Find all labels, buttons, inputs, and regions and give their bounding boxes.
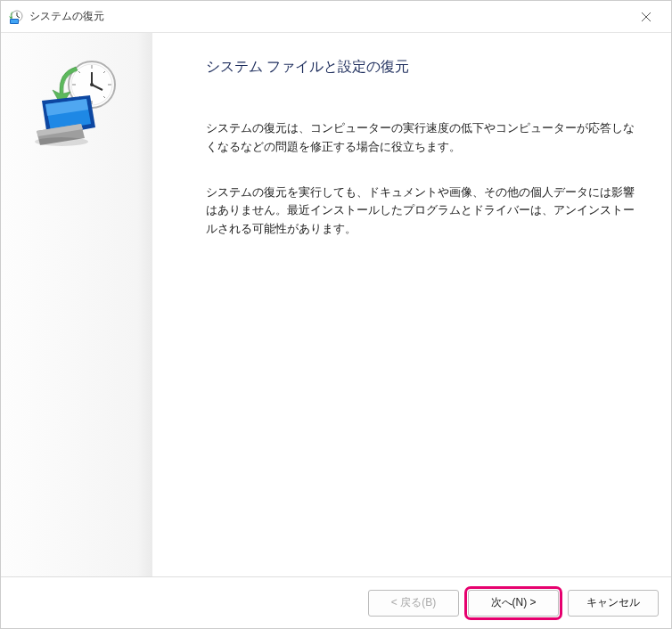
left-panel	[1, 33, 152, 576]
svg-point-16	[35, 137, 88, 146]
svg-rect-2	[11, 20, 18, 23]
footer-button-bar: < 戻る(B) 次へ(N) > キャンセル	[1, 576, 671, 628]
cancel-button[interactable]: キャンセル	[568, 590, 659, 617]
titlebar: システムの復元	[1, 1, 671, 33]
back-button: < 戻る(B)	[368, 590, 459, 617]
svg-point-15	[90, 83, 94, 86]
right-panel: システム ファイルと設定の復元 システムの復元は、コンピューターの実行速度の低下…	[152, 33, 671, 576]
system-restore-hero-icon	[28, 58, 126, 147]
close-button[interactable]	[628, 4, 664, 30]
next-button[interactable]: 次へ(N) >	[468, 590, 559, 617]
page-heading: システム ファイルと設定の復元	[206, 58, 639, 77]
description-paragraph-1: システムの復元は、コンピューターの実行速度の低下やコンピューターが応答しなくなる…	[206, 119, 639, 157]
description-paragraph-2: システムの復元を実行しても、ドキュメントや画像、その他の個人データには影響はあり…	[206, 184, 639, 239]
content-area: システム ファイルと設定の復元 システムの復元は、コンピューターの実行速度の低下…	[1, 33, 671, 576]
system-restore-window: システムの復元	[0, 0, 672, 629]
window-title: システムの復元	[29, 9, 628, 24]
system-restore-icon	[8, 9, 24, 25]
